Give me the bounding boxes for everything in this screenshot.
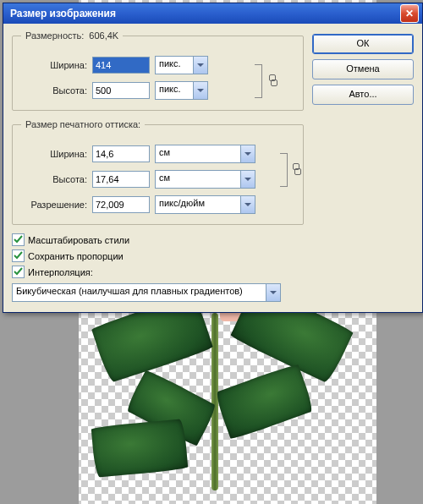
height-unit-value: пикс. [156, 82, 193, 99]
chevron-down-icon [240, 171, 255, 188]
document-size-group: Размер печатного оттиска: Ширина: см Выс… [12, 119, 304, 225]
chevron-down-icon [240, 145, 255, 162]
chevron-down-icon [240, 196, 255, 213]
width-unit-value: пикс. [156, 57, 193, 74]
auto-button[interactable]: Авто... [312, 85, 414, 105]
print-height-unit-select[interactable]: см [155, 170, 255, 189]
chevron-down-icon [193, 57, 207, 74]
print-width-label: Ширина: [21, 149, 87, 159]
resolution-unit-select[interactable]: пикс/дюйм [155, 195, 255, 214]
resolution-unit-value: пикс/дюйм [156, 196, 240, 213]
check-icon [14, 251, 23, 260]
interpolation-value: Бикубическая (наилучшая для плавных град… [13, 284, 266, 301]
resample-label: Интерполяция: [28, 267, 93, 277]
print-width-unit-select[interactable]: см [155, 145, 255, 163]
close-button[interactable]: ✕ [400, 4, 419, 23]
dimension-value: 606,4K [89, 30, 118, 41]
constrain-bracket [280, 153, 288, 187]
titlebar[interactable]: Размер изображения ✕ [3, 3, 422, 24]
print-width-input[interactable] [92, 145, 150, 162]
ok-button[interactable]: ОК [312, 34, 414, 54]
cancel-button[interactable]: Отмена [312, 59, 414, 79]
close-icon: ✕ [405, 8, 414, 19]
print-legend: Размер печатного оттиска: [21, 119, 145, 129]
constrain-bracket [255, 64, 262, 98]
check-icon [14, 235, 23, 244]
chevron-down-icon [193, 82, 207, 99]
print-height-unit-value: см [156, 171, 240, 188]
print-width-unit-value: см [156, 145, 240, 162]
dimension-label: Размерность: [25, 30, 84, 41]
width-input[interactable] [92, 57, 150, 74]
interpolation-select[interactable]: Бикубическая (наилучшая для плавных град… [12, 283, 281, 302]
width-unit-select[interactable]: пикс. [155, 56, 208, 74]
link-icon [293, 163, 301, 175]
print-height-label: Высота: [21, 174, 87, 184]
constrain-label: Сохранить пропорции [28, 251, 124, 261]
image-size-dialog: Размер изображения ✕ Размерность: 606,4K… [3, 3, 423, 313]
canvas-image-plant [110, 304, 330, 499]
resolution-label: Разрешение: [21, 200, 87, 210]
height-label: Высота: [21, 85, 87, 96]
dialog-title: Размер изображения [10, 8, 116, 19]
scale-styles-checkbox[interactable] [12, 233, 25, 246]
chevron-down-icon [266, 284, 280, 301]
print-height-input[interactable] [92, 171, 150, 188]
resample-checkbox[interactable] [12, 266, 25, 278]
height-input[interactable] [92, 82, 150, 99]
width-label: Ширина: [21, 60, 87, 70]
scale-styles-label: Масштабировать стили [28, 235, 129, 245]
height-unit-select[interactable]: пикс. [155, 81, 208, 100]
resolution-input[interactable] [92, 196, 150, 213]
pixel-dimensions-group: Размерность: 606,4K Ширина: пикс. Высота… [12, 30, 304, 111]
check-icon [14, 267, 23, 277]
link-icon [269, 74, 277, 86]
constrain-checkbox[interactable] [12, 249, 25, 262]
